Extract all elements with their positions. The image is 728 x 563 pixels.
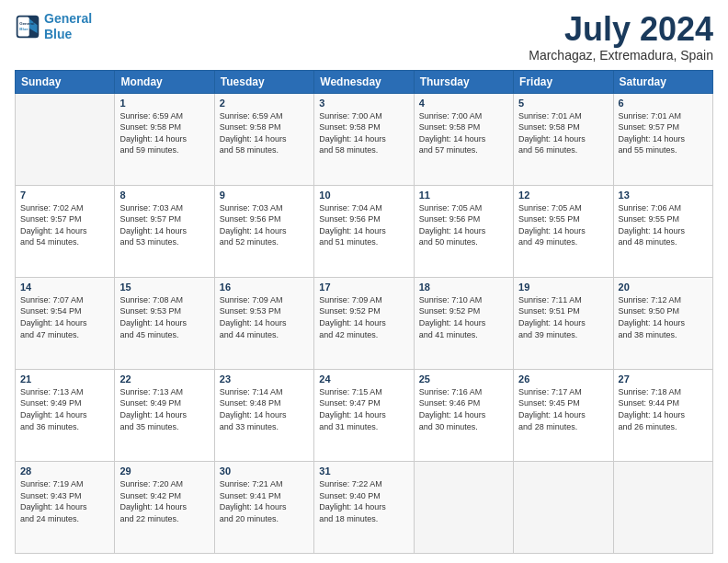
day-number: 22 [119,373,209,385]
location-title: Marchagaz, Extremadura, Spain [529,48,713,63]
day-info: Sunrise: 7:12 AM Sunset: 9:50 PM Dayligh… [619,294,708,340]
calendar-week-1: 1Sunrise: 6:59 AM Sunset: 9:58 PM Daylig… [16,93,713,185]
day-number: 2 [220,98,309,109]
calendar-cell: 13Sunrise: 7:06 AM Sunset: 9:55 PM Dayli… [613,185,712,277]
day-number: 5 [518,98,608,109]
calendar-cell [16,93,115,185]
svg-text:General: General [19,21,34,26]
day-info: Sunrise: 7:04 AM Sunset: 9:56 PM Dayligh… [319,202,408,248]
logo: General Blue General Blue [15,11,92,42]
header: General Blue General Blue July 2024 Marc… [15,11,713,63]
calendar-cell: 9Sunrise: 7:03 AM Sunset: 9:56 PM Daylig… [214,185,313,277]
month-title: July 2024 [529,11,713,48]
day-info: Sunrise: 7:15 AM Sunset: 9:47 PM Dayligh… [319,386,408,432]
page: General Blue General Blue July 2024 Marc… [0,0,728,563]
day-number: 17 [319,282,408,293]
calendar-header-tuesday: Tuesday [214,70,313,93]
title-area: July 2024 Marchagaz, Extremadura, Spain [529,11,713,63]
calendar-cell: 23Sunrise: 7:14 AM Sunset: 9:48 PM Dayli… [214,369,313,461]
calendar-cell: 15Sunrise: 7:08 AM Sunset: 9:53 PM Dayli… [115,277,214,369]
calendar-cell: 3Sunrise: 7:00 AM Sunset: 9:58 PM Daylig… [314,93,414,185]
day-number: 6 [619,98,708,109]
calendar-cell: 20Sunrise: 7:12 AM Sunset: 9:50 PM Dayli… [613,277,712,369]
logo-line1: General [44,11,92,26]
calendar-cell: 4Sunrise: 7:00 AM Sunset: 9:58 PM Daylig… [414,93,513,185]
day-info: Sunrise: 7:00 AM Sunset: 9:58 PM Dayligh… [419,110,508,156]
day-number: 25 [419,373,508,385]
calendar-cell: 5Sunrise: 7:01 AM Sunset: 9:58 PM Daylig… [514,93,613,185]
day-number: 16 [220,282,309,293]
calendar-cell: 31Sunrise: 7:22 AM Sunset: 9:40 PM Dayli… [314,461,414,553]
calendar-cell [613,461,712,553]
day-info: Sunrise: 7:03 AM Sunset: 9:56 PM Dayligh… [220,202,309,248]
day-info: Sunrise: 6:59 AM Sunset: 9:58 PM Dayligh… [119,110,209,156]
day-info: Sunrise: 7:02 AM Sunset: 9:57 PM Dayligh… [20,202,109,248]
day-number: 30 [220,465,309,477]
day-number: 12 [518,190,608,201]
calendar-cell: 1Sunrise: 6:59 AM Sunset: 9:58 PM Daylig… [115,93,214,185]
calendar-header-wednesday: Wednesday [314,70,414,93]
day-number: 15 [119,282,209,293]
day-number: 20 [619,282,708,293]
day-info: Sunrise: 7:11 AM Sunset: 9:51 PM Dayligh… [518,294,608,340]
day-info: Sunrise: 7:20 AM Sunset: 9:42 PM Dayligh… [119,478,209,524]
calendar-cell: 29Sunrise: 7:20 AM Sunset: 9:42 PM Dayli… [115,461,214,553]
day-info: Sunrise: 7:00 AM Sunset: 9:58 PM Dayligh… [319,110,408,156]
day-number: 23 [220,373,309,385]
day-info: Sunrise: 6:59 AM Sunset: 9:58 PM Dayligh… [220,110,309,156]
day-info: Sunrise: 7:19 AM Sunset: 9:43 PM Dayligh… [20,478,109,524]
day-info: Sunrise: 7:01 AM Sunset: 9:58 PM Dayligh… [518,110,608,156]
day-number: 9 [220,190,309,201]
calendar-cell: 27Sunrise: 7:18 AM Sunset: 9:44 PM Dayli… [613,369,712,461]
calendar-cell: 30Sunrise: 7:21 AM Sunset: 9:41 PM Dayli… [214,461,313,553]
calendar-cell: 2Sunrise: 6:59 AM Sunset: 9:58 PM Daylig… [214,93,313,185]
logo-icon: General Blue [15,14,40,40]
day-info: Sunrise: 7:09 AM Sunset: 9:53 PM Dayligh… [220,294,309,340]
day-number: 14 [20,282,109,293]
calendar-week-2: 7Sunrise: 7:02 AM Sunset: 9:57 PM Daylig… [16,185,713,277]
day-info: Sunrise: 7:08 AM Sunset: 9:53 PM Dayligh… [119,294,209,340]
calendar-cell: 17Sunrise: 7:09 AM Sunset: 9:52 PM Dayli… [314,277,414,369]
day-number: 13 [619,190,708,201]
calendar-cell: 16Sunrise: 7:09 AM Sunset: 9:53 PM Dayli… [214,277,313,369]
day-number: 10 [319,190,408,201]
day-info: Sunrise: 7:09 AM Sunset: 9:52 PM Dayligh… [319,294,408,340]
svg-text:Blue: Blue [19,26,28,30]
day-number: 11 [419,190,508,201]
day-info: Sunrise: 7:16 AM Sunset: 9:46 PM Dayligh… [419,386,508,432]
calendar-cell: 6Sunrise: 7:01 AM Sunset: 9:57 PM Daylig… [613,93,712,185]
calendar-cell: 25Sunrise: 7:16 AM Sunset: 9:46 PM Dayli… [414,369,513,461]
day-number: 4 [419,98,508,109]
calendar-cell: 19Sunrise: 7:11 AM Sunset: 9:51 PM Dayli… [514,277,613,369]
calendar-week-3: 14Sunrise: 7:07 AM Sunset: 9:54 PM Dayli… [16,277,713,369]
day-number: 28 [20,465,109,477]
day-info: Sunrise: 7:10 AM Sunset: 9:52 PM Dayligh… [419,294,508,340]
calendar-cell: 21Sunrise: 7:13 AM Sunset: 9:49 PM Dayli… [16,369,115,461]
calendar-cell [514,461,613,553]
day-number: 21 [20,373,109,385]
calendar-header-friday: Friday [514,70,613,93]
day-number: 18 [419,282,508,293]
calendar-cell [414,461,513,553]
day-number: 26 [518,373,608,385]
day-info: Sunrise: 7:06 AM Sunset: 9:55 PM Dayligh… [619,202,708,248]
day-info: Sunrise: 7:13 AM Sunset: 9:49 PM Dayligh… [20,386,109,432]
calendar-cell: 14Sunrise: 7:07 AM Sunset: 9:54 PM Dayli… [16,277,115,369]
calendar-week-4: 21Sunrise: 7:13 AM Sunset: 9:49 PM Dayli… [16,369,713,461]
calendar-cell: 26Sunrise: 7:17 AM Sunset: 9:45 PM Dayli… [514,369,613,461]
calendar-header-thursday: Thursday [414,70,513,93]
day-number: 31 [319,465,408,477]
calendar-header-monday: Monday [115,70,214,93]
day-info: Sunrise: 7:07 AM Sunset: 9:54 PM Dayligh… [20,294,109,340]
logo-line2: Blue [44,27,72,41]
calendar-cell: 22Sunrise: 7:13 AM Sunset: 9:49 PM Dayli… [115,369,214,461]
day-info: Sunrise: 7:18 AM Sunset: 9:44 PM Dayligh… [619,386,708,432]
calendar-header-saturday: Saturday [613,70,712,93]
day-number: 7 [20,190,109,201]
day-number: 3 [319,98,408,109]
calendar-header-row: SundayMondayTuesdayWednesdayThursdayFrid… [16,70,713,93]
calendar-cell: 7Sunrise: 7:02 AM Sunset: 9:57 PM Daylig… [16,185,115,277]
day-info: Sunrise: 7:05 AM Sunset: 9:56 PM Dayligh… [419,202,508,248]
calendar-cell: 28Sunrise: 7:19 AM Sunset: 9:43 PM Dayli… [16,461,115,553]
day-info: Sunrise: 7:13 AM Sunset: 9:49 PM Dayligh… [119,386,209,432]
